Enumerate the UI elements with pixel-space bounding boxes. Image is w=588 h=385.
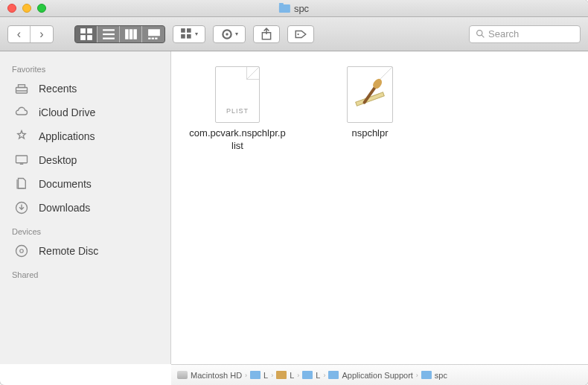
sidebar-item-label: Downloads [39,202,90,214]
sidebar-item-label: iCloud Drive [39,106,95,118]
svg-point-21 [298,33,299,34]
svg-point-31 [20,249,24,253]
tag-icon [294,28,307,41]
svg-rect-3 [87,35,92,40]
search-field[interactable]: Search [469,25,581,43]
back-button[interactable]: ‹ [8,26,31,42]
file-name: nspchlpr [351,127,388,140]
search-icon [476,29,485,39]
documents-icon [12,176,31,192]
share-icon [260,28,273,41]
path-separator: › [323,372,325,379]
sidebar-header-shared: Shared [0,267,170,282]
svg-rect-16 [181,34,185,39]
folder-icon [279,4,290,13]
sidebar-item-documents[interactable]: Documents [0,172,170,196]
app-file-icon [344,65,396,124]
path-separator: › [416,372,418,379]
path-item[interactable]: L [250,371,268,380]
sidebar-item-downloads[interactable]: Downloads [0,196,170,220]
file-name: com.pcvark.nspchlpr.plist [189,127,286,153]
tags-button[interactable] [287,25,314,43]
svg-rect-0 [80,28,86,34]
sidebar-item-recents[interactable]: Recents [0,77,170,101]
column-view-button[interactable] [120,26,142,42]
sidebar: Favorites Recents iCloud Drive Applicati… [0,51,171,364]
sidebar-header-favorites: Favorites [0,62,170,77]
file-item-app[interactable]: nspchlpr [322,65,418,140]
recents-icon [12,80,31,97]
svg-rect-15 [187,28,191,33]
view-mode-buttons [74,25,165,43]
content-area[interactable]: PLIST com.pcvark.nspchlpr.plist nspchlpr [171,51,588,364]
window-title-wrap: spc [279,3,309,14]
body: Favorites Recents iCloud Drive Applicati… [0,51,588,364]
svg-rect-13 [155,37,157,39]
cloud-icon [12,104,31,121]
path-item[interactable]: Macintosh HD [177,371,242,380]
list-view-button[interactable] [98,26,120,42]
minimize-button[interactable] [22,4,31,13]
titlebar[interactable]: spc [0,0,588,17]
folder-icon [328,371,339,379]
toolbar: ‹ › ▾ ▾ [0,17,588,51]
nav-buttons: ‹ › [7,25,54,43]
svg-line-23 [482,35,484,37]
forward-button[interactable]: › [31,26,53,42]
close-button[interactable] [7,4,16,13]
sidebar-item-icloud[interactable]: iCloud Drive [0,101,170,124]
path-item[interactable]: L [276,371,294,380]
applications-icon [12,128,31,144]
action-button[interactable]: ▾ [213,25,246,43]
path-separator: › [271,372,273,379]
svg-rect-2 [80,35,86,40]
path-item[interactable]: Application Support [328,371,412,380]
disc-icon [12,243,31,259]
downloads-icon [12,200,31,216]
home-icon [276,371,287,379]
svg-rect-1 [87,28,92,34]
svg-rect-5 [103,33,115,34]
grid-icon [80,28,93,41]
gallery-view-button[interactable] [142,26,164,42]
svg-rect-7 [125,29,129,39]
svg-rect-4 [103,29,115,31]
folder-icon [421,371,432,379]
svg-rect-9 [133,29,137,39]
svg-rect-25 [19,85,25,88]
svg-rect-27 [16,156,28,163]
gear-icon [220,28,234,41]
plist-file-icon: PLIST [211,65,263,124]
list-icon [102,28,115,41]
sidebar-item-label: Remote Disc [39,245,98,257]
sidebar-item-desktop[interactable]: Desktop [0,148,170,172]
svg-point-22 [477,31,482,36]
path-separator: › [297,372,299,379]
svg-rect-8 [130,29,133,39]
desktop-icon [12,152,31,168]
zoom-button[interactable] [37,4,46,13]
sidebar-item-label: Applications [39,130,95,142]
folder-icon [302,371,313,379]
columns-icon [124,28,138,41]
path-item[interactable]: spc [421,371,447,380]
svg-rect-26 [16,90,28,92]
group-button[interactable]: ▾ [173,25,205,43]
gallery-icon [147,28,161,41]
file-item-plist[interactable]: PLIST com.pcvark.nspchlpr.plist [189,65,286,153]
sidebar-item-remote-disc[interactable]: Remote Disc [0,239,170,263]
sidebar-item-label: Desktop [39,154,77,166]
path-item[interactable]: L [302,371,320,380]
icon-view-button[interactable] [75,26,98,42]
svg-rect-11 [148,37,150,39]
svg-rect-12 [151,37,153,39]
sidebar-item-applications[interactable]: Applications [0,124,170,148]
search-placeholder: Search [488,28,519,39]
svg-rect-14 [181,28,185,33]
share-button[interactable] [253,25,280,43]
sidebar-item-label: Documents [39,178,92,190]
path-separator: › [245,372,247,379]
group-icon [180,28,194,41]
path-bar: Macintosh HD › L › L › L › Application S… [171,364,588,385]
sidebar-header-devices: Devices [0,224,170,239]
